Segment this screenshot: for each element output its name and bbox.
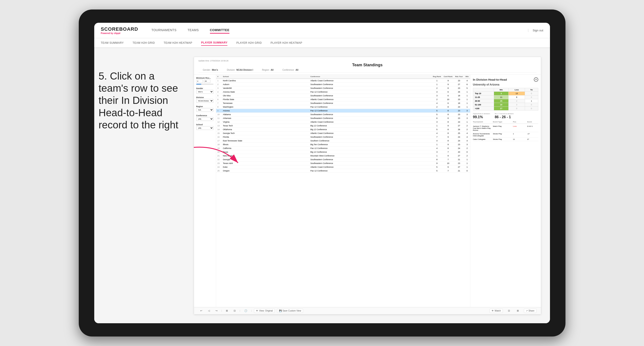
clock-button[interactable]: 🕐	[242, 309, 249, 313]
tablet-device: SCOREBOARD Powered by clippd TOURNAMENTS…	[79, 9, 566, 337]
filter-row: Gender: Men's Division: NCAA Division I …	[198, 67, 536, 73]
h2h-stats: Opponents in division: 99.1% W-L-T recor…	[473, 113, 538, 119]
table-row[interactable]: 11 Arkansas Southeastern Conference 6 8 …	[216, 116, 470, 120]
dashboard-panel: Update time: 27/03/2024 15:56:26 Team St…	[194, 57, 541, 314]
logo-title: SCOREBOARD	[101, 26, 138, 32]
table-row[interactable]: 2 Auburn Southeastern Conference 1 9 27 …	[216, 83, 470, 86]
view-original-button[interactable]: 👁 View: Original	[254, 309, 275, 313]
table-area: # School Conference Reg Rank Conf Rank R…	[216, 75, 470, 307]
h2h-tournament-header: Tournament Event Type Pos Score	[473, 121, 538, 124]
standings-table: # School Conference Reg Rank Conf Rank R…	[216, 75, 470, 173]
h2h-title: In Division Head-to-Head	[473, 78, 507, 81]
table-row[interactable]: 15 Georgia Tech Atlantic Coast Conferenc…	[216, 132, 470, 135]
nav-item-teams[interactable]: TEAMS	[188, 27, 199, 34]
h2h-team-name: University of Arizona	[473, 83, 538, 86]
table-row[interactable]: 19 California Pac-12 Conference 4 8 24 2	[216, 147, 470, 150]
conference-filter-display: Conference: All	[282, 69, 298, 71]
paste-button[interactable]: ⊡	[232, 309, 238, 313]
copy-button[interactable]: ⊞	[224, 309, 230, 313]
division-filter: Division NCAA Division I	[196, 96, 214, 103]
sub-nav: TEAM SUMMARY TEAM H2H GRID TEAM H2H HEAT…	[94, 38, 550, 48]
tablet-screen: SCOREBOARD Powered by clippd TOURNAMENTS…	[94, 23, 550, 323]
gender-select[interactable]: Men's	[196, 90, 214, 94]
sign-out-button[interactable]: Sign out	[528, 29, 543, 32]
h2h-tournament-row-1: Jackson T. Stephens Cup Men's Match-Play…	[473, 125, 538, 132]
min-rounds-filter: Minimum Rou...	[196, 77, 214, 85]
annotation-arrow	[189, 143, 247, 170]
table-row[interactable]: 23 Texas A&M Southeastern Conference 9 1…	[216, 162, 470, 165]
table-row[interactable]: 16 Florida Southeastern Conference 7 9 2…	[216, 135, 470, 139]
conference-filter: Conference (All)	[196, 114, 214, 121]
table-row[interactable]: 3 Vanderbilt Southeastern Conference 2 8…	[216, 86, 470, 90]
table-row[interactable]: 6 Florida State Atlantic Coast Conferenc…	[216, 98, 470, 101]
h2h-tournament-row-3: Cabo Collegiate Stroke Play 11 17	[473, 138, 538, 141]
h2h-tournament-row-2: Arizona Thunderbirds Intercollegiate Str…	[473, 132, 538, 138]
school-select[interactable]: (All)	[196, 126, 214, 130]
arrow-container	[189, 143, 247, 170]
dashboard-body: Minimum Rou... Gender Men's	[194, 75, 541, 307]
annotation-text: 5. Click on a team's row to see their In…	[99, 70, 183, 131]
table-row[interactable]: 4 Arizona State Pac-12 Conference 4 6 26…	[216, 90, 470, 94]
sub-nav-player-h2h-heatmap[interactable]: PLAYER H2H HEATMAP	[270, 40, 302, 45]
table-row[interactable]: 25 Oregon Pac-12 Conference 5 7 21 0	[216, 169, 470, 173]
nav-items: TOURNAMENTS TEAMS COMMITTEE	[151, 27, 528, 34]
table-row[interactable]: 9 Arizona Pac-12 Conference 5 8 23 3	[216, 109, 470, 113]
step-back-button[interactable]: ◁	[206, 309, 212, 313]
sub-nav-team-summary[interactable]: TEAM SUMMARY	[101, 40, 124, 45]
division-select[interactable]: NCAA Division I	[196, 99, 214, 103]
table-row[interactable]: 24 Duke Atlantic Coast Conference 5 9 27…	[216, 165, 470, 169]
share-button[interactable]: ↗ Share	[524, 309, 536, 313]
redo-button[interactable]: ↪	[214, 309, 219, 313]
table-row[interactable]: 5 Ole Miss Southeastern Conference 3 6 1…	[216, 94, 470, 98]
table-row[interactable]: 10 Alabama Southeastern Conference 5 8 2…	[216, 113, 470, 116]
table-row[interactable]: 14 Oklahoma Big 12 Conference 5 8 26 2	[216, 128, 470, 132]
sub-nav-team-h2h-grid[interactable]: TEAM H2H GRID	[132, 40, 155, 45]
update-time: Update time: 27/03/2024 15:56:26	[198, 60, 536, 62]
bottom-toolbar: ↩ ◁ ↪ | ⊞ ⊡ | 🕐 | 👁 View: Original 💾	[194, 307, 541, 314]
table-row[interactable]: 7 Tennessee Southeastern Conference 4 6 …	[216, 101, 470, 105]
logo-subtitle: Powered by clippd	[101, 32, 138, 34]
watch-button[interactable]: 👁 Watch	[490, 309, 503, 313]
sub-nav-player-h2h-grid[interactable]: PLAYER H2H GRID	[236, 40, 262, 45]
nav-item-tournaments[interactable]: TOURNAMENTS	[151, 27, 176, 34]
h2h-record-stat: W-L-T record in-division: 86 - 26 - 1	[495, 113, 514, 119]
grid-button[interactable]: ⊞	[515, 309, 520, 313]
save-custom-view-button[interactable]: 💾 Save Custom View	[277, 309, 303, 313]
h2h-close-button[interactable]: ✕	[534, 77, 538, 82]
h2h-header: In Division Head-to-Head ✕	[473, 77, 538, 82]
table-row[interactable]: 18 Illinois Big Ten Conference 1 9 23 3	[216, 143, 470, 147]
nav-bar: SCOREBOARD Powered by clippd TOURNAMENTS…	[94, 23, 550, 38]
gender-filter-display: Gender: Men's	[203, 69, 218, 71]
gender-filter: Gender Men's	[196, 87, 214, 94]
undo-button[interactable]: ↩	[198, 309, 204, 313]
table-row[interactable]: 17 East Tennessee State Southern Confere…	[216, 139, 470, 143]
sub-nav-player-summary[interactable]: PLAYER SUMMARY	[201, 40, 228, 46]
main-content: 5. Click on a team's row to see their In…	[94, 48, 550, 323]
table-row[interactable]: 13 Texas Tech Big 12 Conference 1 9 27 2	[216, 124, 470, 128]
min-rounds-min-input[interactable]	[196, 80, 203, 83]
sub-nav-team-h2h-heatmap[interactable]: TEAM H2H HEATMAP	[164, 40, 192, 45]
table-row[interactable]: 20 Texas Big 12 Conference 3 7 20 0	[216, 150, 470, 154]
screen-button[interactable]: ⊡	[506, 309, 512, 313]
table-row[interactable]: 12 Virginia Atlantic Coast Conference 3 …	[216, 120, 470, 124]
table-row[interactable]: 21 New Mexico Mountain West Conference 1…	[216, 154, 470, 158]
table-row[interactable]: 8 Washington Pac-12 Conference 2 8 23 1	[216, 105, 470, 109]
h2h-row-51-100: 51-100 20 3 0	[473, 103, 538, 107]
division-filter-display: Division: NCAA Division I	[227, 69, 253, 71]
dashboard-header: Update time: 27/03/2024 15:56:26 Team St…	[194, 57, 541, 75]
region-select[interactable]: N/A	[196, 108, 214, 112]
h2h-row-11-25: 11-25 11 8 0	[473, 95, 538, 99]
filter-sidebar: Minimum Rou... Gender Men's	[194, 75, 216, 307]
table-row[interactable]: 1 North Carolina Atlantic Coast Conferen…	[216, 79, 470, 83]
conference-select[interactable]: (All)	[196, 117, 214, 121]
h2h-row-top10: Top 10 3 13 0	[473, 92, 538, 95]
min-rounds-max-input[interactable]	[204, 80, 210, 83]
h2h-row-26-50: 26-50 25 2 1	[473, 99, 538, 103]
h2h-panel: In Division Head-to-Head ✕ University of…	[470, 75, 541, 307]
table-row[interactable]: 22 Georgia Southeastern Conference 8 7 2…	[216, 158, 470, 162]
h2h-tournaments: Tournament Event Type Pos Score Jackson …	[473, 121, 538, 141]
dashboard-title: Team Standings	[198, 63, 536, 67]
nav-item-committee[interactable]: COMMITTEE	[210, 27, 230, 34]
logo-area: SCOREBOARD Powered by clippd	[101, 26, 138, 34]
h2h-table: Win Loss Tie Top 10 3 13 0	[473, 88, 538, 111]
